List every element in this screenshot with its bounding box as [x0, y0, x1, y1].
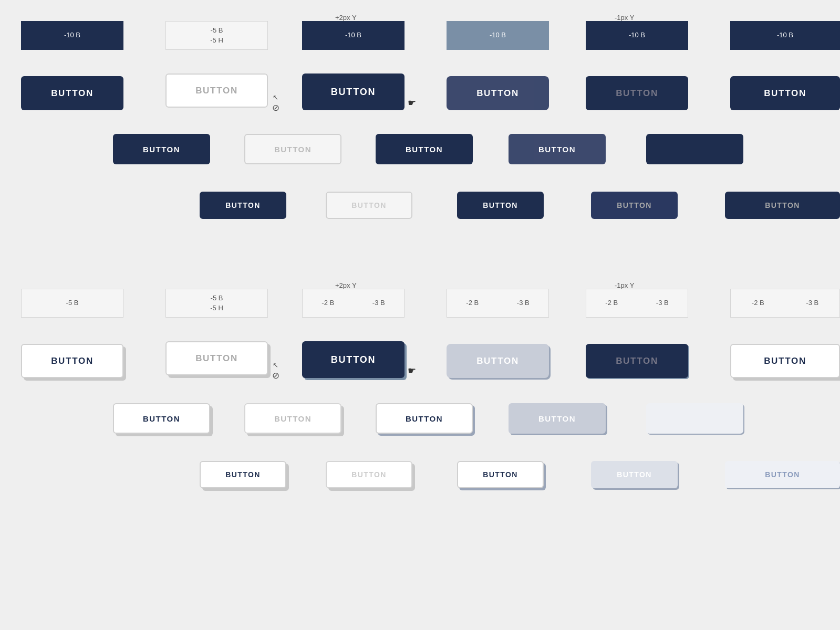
no-entry-icon-2: ⊘ [272, 370, 279, 381]
anno-box-1-dark: -10 B [21, 21, 123, 50]
btn-shadow-sm-3[interactable]: BUTTON [457, 461, 544, 488]
btn-large-dark-6[interactable]: BUTTON [730, 76, 840, 110]
anno-bottom-4-left: -2 B [466, 298, 479, 308]
anno-box-5-text: -10 B [629, 30, 645, 40]
anno-box-6-dark: -10 B [730, 21, 840, 50]
btn-shadow-med-1[interactable]: BUTTON [113, 403, 210, 434]
anno-box-3-text: -10 B [345, 30, 361, 40]
cursor-arrow-icon-2: ↖ [273, 361, 278, 369]
btn-shadow-sm-4[interactable]: BUTTON [591, 461, 678, 488]
btn-sm-dark-2[interactable]: BUTTON [457, 192, 544, 219]
anno-box-3-dark: -10 B [302, 21, 405, 50]
anno-bottom-2: -5 B -5 H [165, 289, 268, 318]
btn-shadow-partial-5[interactable]: BUTTOn [586, 344, 688, 378]
btn-wrap-outline-1: BUTTON ↖ ⊘ [165, 74, 268, 108]
btn-large-dark-partial[interactable]: BUTTOn [586, 76, 688, 110]
btn-med-partial[interactable] [646, 134, 743, 164]
btn-shadow-med-3[interactable]: BUTTON [376, 403, 473, 434]
btn-shadow-med-5[interactable] [646, 403, 743, 434]
anno-box-2-text: -5 B -5 H [210, 26, 223, 45]
anno-bottom-5-right: -3 B [656, 298, 669, 308]
btn-med-dark-muted[interactable]: BUTTON [509, 134, 606, 164]
anno-bottom-5-left: -2 B [605, 298, 618, 308]
btn-shadow-sm-2[interactable]: BUTTON [326, 461, 412, 488]
btn-sm-partial[interactable]: BUTTON [725, 192, 840, 219]
anno-box-1-text: -10 B [64, 30, 80, 40]
btn-sm-dark-1[interactable]: BUTTON [200, 192, 286, 219]
btn-large-outline-1[interactable]: BUTTON [165, 74, 268, 108]
anno-bottom-1: -5 B [21, 289, 123, 318]
anno-bottom-3-right: -3 B [372, 298, 385, 308]
btn-large-dark-muted[interactable]: BUTTON [447, 76, 549, 110]
anno-box-5-dark: -10 B [586, 21, 688, 50]
btn-shadow-muted-4[interactable]: BUTTON [447, 344, 549, 378]
anno-bottom-2-text: -5 B -5 H [210, 293, 223, 312]
anno-bottom-6: -2 B -3 B [730, 289, 840, 318]
canvas: +2px Y -1px Y -10 B -5 B -5 H -10 B -10 … [0, 0, 840, 630]
anno-bottom-5: -2 B -3 B [586, 289, 688, 318]
anno-bottom-1-text: -5 B [66, 298, 79, 308]
btn-wrap-dark-hover: BUTTON ☛ [302, 74, 405, 110]
cursor-hand-icon-1: ☛ [408, 97, 416, 109]
btn-shadow-wrap-2: BUTTON ↖ ⊘ [165, 341, 268, 375]
btn-shadow-sm-5[interactable]: BUTTON [725, 461, 840, 488]
anno-bottom-3: -2 B -3 B [302, 289, 405, 318]
cursor-arrow-icon-1: ↖ [273, 93, 278, 101]
anno-box-2: -5 B -5 H [165, 21, 268, 50]
anno-box-4-text: -10 B [490, 30, 506, 40]
btn-shadow-med-4[interactable]: BUTTON [509, 403, 606, 434]
btn-sm-dark-muted[interactable]: BUTTON [591, 192, 678, 219]
btn-shadow-outline-2[interactable]: BUTTON [165, 341, 268, 375]
anno-bottom-4-right: -3 B [517, 298, 530, 308]
btn-shadow-sm-1[interactable]: BUTTON [200, 461, 286, 488]
btn-shadow-dark-3[interactable]: BUTTON [302, 341, 405, 378]
btn-shadow-med-2[interactable]: BUTTON [244, 403, 341, 434]
btn-med-outline-1[interactable]: BUTTON [244, 134, 341, 164]
btn-large-dark-1[interactable]: BUTTON [21, 76, 123, 110]
btn-sm-outline-1[interactable]: BUTTON [326, 192, 412, 219]
no-entry-icon-1: ⊘ [272, 102, 279, 113]
anno-box-4: -10 B [447, 21, 549, 50]
cursor-hand-icon-2: ☛ [408, 365, 416, 376]
btn-med-dark-2[interactable]: BUTTON [376, 134, 473, 164]
btn-med-dark-1[interactable]: BUTTON [113, 134, 210, 164]
anno-bottom-3-left: -2 B [322, 298, 334, 308]
btn-large-dark-hover[interactable]: BUTTON [302, 74, 405, 110]
btn-shadow-wrap-3: BUTTON ☛ [302, 341, 405, 378]
btn-shadow-large-1[interactable]: BUTTON [21, 344, 123, 378]
anno-bottom-4: -2 B -3 B [447, 289, 549, 318]
btn-shadow-large-6[interactable]: BUTTON [730, 344, 840, 378]
